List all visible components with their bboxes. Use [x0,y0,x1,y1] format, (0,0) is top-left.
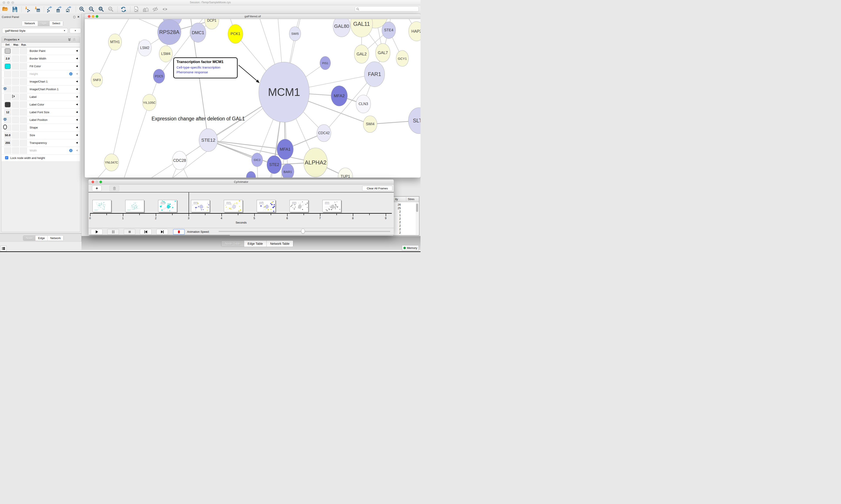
properties-header[interactable]: Properties ▾ [2,37,80,43]
export-image-icon[interactable] [66,6,73,13]
expand-row-icon[interactable]: ◀ [76,111,78,113]
default-swatch-0[interactable] [5,48,11,54]
info-icon[interactable]: i [69,72,72,75]
network-node-cln3[interactable]: CLN3 [356,95,371,113]
property-row-label-color[interactable]: Label Color ◀ [2,101,80,109]
lock-node-size-checkbox[interactable]: ✓ [5,156,8,159]
default-value-11[interactable]: 50.0 [3,133,13,137]
play-button[interactable] [91,229,103,235]
default-value-8[interactable]: 12 [3,111,13,114]
network-node-gal2[interactable]: GAL2 [354,45,369,64]
expand-row-icon[interactable]: ◀ [76,133,78,137]
property-row-transparency[interactable]: 255 Transparency ◀ [2,139,80,147]
property-row-label-font-size[interactable]: 12 Label Font Size ◀ [2,109,80,116]
network-node-dmc1[interactable]: DMC1 [190,23,206,42]
style-options-button[interactable]: ▼ [70,28,81,33]
skip-to-start-button[interactable] [140,229,151,235]
export-table-icon[interactable] [56,6,63,13]
tab-network-table[interactable]: Network Table [267,240,293,247]
search-input[interactable] [355,6,419,12]
animation-speed-knob[interactable] [301,229,305,234]
network-canvas[interactable]: RPS28ADMC1DCP1PCK1MTH1LSM2LSM4SNF3PDC5YI… [85,19,420,178]
delete-frame-button[interactable] [109,185,119,191]
frame-thumbnail-7[interactable] [322,200,341,212]
collapse-all-icon[interactable] [72,38,76,41]
automation-panel-button[interactable] [0,246,6,251]
style-selector[interactable]: galFiltered Style ▼ [2,28,68,33]
expand-all-icon[interactable] [68,38,71,41]
expand-row-icon[interactable]: ◀ [76,80,78,83]
property-row-label[interactable]: Label ◀ [2,93,80,101]
refresh-layout-icon[interactable] [120,6,127,13]
expand-row-icon[interactable]: ◀ [76,103,78,106]
frame-thumbnail-4[interactable] [224,200,243,212]
network-node-swi4[interactable]: SWI4 [363,115,377,133]
add-frame-button[interactable]: + [92,185,102,191]
property-row-border-width[interactable]: 2.0 Border Width ◀ [2,55,80,62]
network-node-pdc5[interactable]: PDC5 [153,69,165,84]
network-node-far1[interactable]: FAR1 [364,61,385,87]
network-node-bar1[interactable]: BAR1 [282,164,294,178]
property-row-border-paint[interactable]: Border Paint ◀ [2,47,80,55]
property-row-image-chart-position-1[interactable]: Image/Chart Position 1 ◀ [2,86,80,93]
network-node-swi5[interactable]: SWI5 [289,26,301,41]
expand-row-icon[interactable]: ◀ [76,57,78,60]
table-scrollbar[interactable] [416,202,418,235]
network-node-pck1[interactable]: PCK1 [228,24,243,43]
close-panel-icon[interactable]: ✕ [77,15,79,18]
network-node-mfa2[interactable]: MFA2 [331,86,347,106]
network-node-cdc42[interactable]: CDC42 [317,124,331,142]
network-node-gcy1[interactable]: GCY1 [396,50,409,67]
network-node-snf3[interactable]: SNF3 [91,73,103,87]
frame-thumbnail-5[interactable] [257,200,275,212]
network-node-pis1[interactable]: PIS1 [320,56,331,70]
default-swatch-2[interactable] [5,64,11,69]
property-row-width[interactable]: Width i◀ [2,147,80,155]
network-node-mth1[interactable]: MTH1 [108,34,122,50]
open-session-icon[interactable] [2,6,9,13]
expand-row-icon[interactable]: ◀ [76,88,78,90]
column-stress[interactable]: Stres [408,197,414,201]
frame-thumbnail-6[interactable] [289,200,308,212]
frame-thumbnail-2[interactable] [158,200,177,212]
annotation-box[interactable]: Transcription factor MCM1 Cell-type-spec… [173,57,238,78]
tab-node-table[interactable]: Node Table [221,240,244,247]
expand-row-icon[interactable]: ◀ [76,95,78,98]
zoom-fit-icon[interactable] [98,6,105,13]
stop-button[interactable] [124,229,135,235]
import-network-icon[interactable] [24,6,31,13]
network-node-alpha2[interactable]: ALPHA2 [304,148,328,177]
tab-edge-table[interactable]: Edge Table [244,240,267,247]
record-button[interactable] [173,229,185,235]
frame-thumbnail-1[interactable] [125,200,144,212]
cyanimator-scrollbar[interactable] [88,235,394,236]
default-value-1[interactable]: 2.0 [3,57,13,60]
tab-network[interactable]: Network [22,21,38,26]
network-window-titlebar[interactable]: galFiltered.sif [85,14,420,19]
network-node-lsm4[interactable]: LSM4 [159,46,173,62]
expand-row-icon[interactable]: ◀ [76,141,78,144]
network-node-gic2[interactable]: GIC2 [251,153,263,167]
save-session-icon[interactable] [12,6,18,13]
tab-select[interactable]: Select [50,21,63,26]
expand-row-icon[interactable]: ◀ [76,49,78,52]
export-network-icon[interactable] [47,6,53,13]
zoom-out-icon[interactable] [88,6,95,13]
network-node-mcm1[interactable]: MCM1 [258,62,309,122]
network-node-ynl047c[interactable]: YNL047C [104,154,119,171]
default-swatch-7[interactable] [5,102,11,107]
timeline-playhead[interactable] [189,193,189,213]
expand-row-icon[interactable]: ◀ [76,65,78,68]
panel-tab-edge[interactable]: Edge [35,236,48,240]
default-value-12[interactable]: 255 [3,141,13,144]
frame-thumbnail-0[interactable] [92,200,111,212]
expand-row-icon[interactable]: ◀ [76,149,78,152]
network-node-yil105c[interactable]: YIL105C [142,94,156,111]
info-icon[interactable]: i [69,149,72,152]
expand-row-icon[interactable]: ◀ [76,72,78,75]
expand-row-icon[interactable]: ◀ [76,126,78,129]
column-ity[interactable]: ity [395,197,398,201]
tab-style[interactable]: Style [38,21,50,26]
property-row-image-chart-1[interactable]: Image/Chart 1 ◀ [2,78,80,86]
network-node-ste12[interactable]: STE12 [199,128,218,152]
